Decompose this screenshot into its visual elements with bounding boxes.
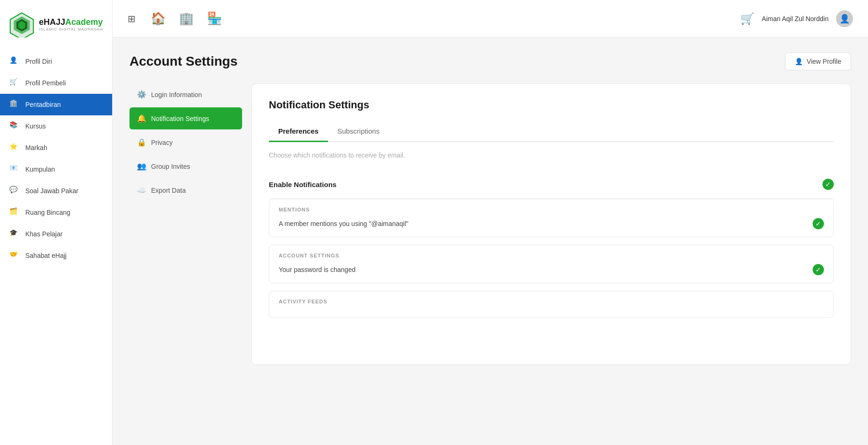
sidebar-nav: 👤 Profil Diri 🛒 Profil Pembeli 🏛️ Pentad…: [0, 47, 112, 445]
tab-subscriptions[interactable]: Subscriptions: [328, 122, 389, 142]
nav-label-markah: Markah: [25, 144, 47, 151]
account-settings-section: ACCOUNT SETTINGS Your password is change…: [269, 245, 834, 283]
settings-label-notification-settings: Notification Settings: [151, 115, 209, 122]
main-content: Account Settings 👤 View Profile ⚙️ Login…: [113, 38, 868, 445]
topbar-right: 🛒 Aiman Aqil Zul Norddin 👤: [740, 10, 853, 27]
nav-icon-soal-jawab: 💬: [9, 186, 20, 196]
nav-label-kumpulan: Kumpulan: [25, 166, 55, 173]
page-title: Account Settings: [129, 54, 237, 69]
nav-label-sahabat: Sahabat eHajj: [25, 252, 67, 259]
nav-label-ruang-bincang: Ruang Bincang: [25, 209, 70, 216]
sidebar-item-soal-jawab[interactable]: 💬 Soal Jawab Pakar: [0, 180, 112, 202]
main-wrapper: ⊞ 🏠 🏢 🏪 🛒 Aiman Aqil Zul Norddin 👤 Accou…: [113, 0, 868, 445]
settings-sidebar: ⚙️ Login Information 🔔 Notification Sett…: [129, 83, 251, 365]
enable-notifications-checkbox[interactable]: ✓: [822, 179, 834, 190]
sidebar-toggle-icon[interactable]: ⊞: [128, 13, 136, 24]
mentions-checkbox[interactable]: ✓: [813, 218, 824, 229]
nav-label-kursus: Kursus: [25, 122, 46, 130]
settings-icon-privacy: 🔒: [137, 138, 146, 147]
user-name: Aiman Aqil Zul Norddin: [762, 15, 829, 23]
sidebar-item-khas-pelajar[interactable]: 🎓 Khas Pelajar: [0, 223, 112, 245]
logo-name: eHAJJAcademy: [39, 17, 103, 27]
shop-icon[interactable]: 🏪: [207, 11, 222, 26]
settings-menu-export-data[interactable]: ☁️ Export Data: [129, 179, 242, 201]
nav-icon-ruang-bincang: 🗂️: [9, 207, 20, 218]
account-settings-text: Your password is changed: [279, 266, 356, 273]
settings-icon-export-data: ☁️: [137, 186, 146, 195]
nav-label-profil-diri: Profil Diri: [25, 58, 52, 65]
enable-notifications-label: Enable Notifications: [269, 181, 336, 189]
nav-icon-khas-pelajar: 🎓: [9, 229, 20, 239]
nav-icon-pentadbiran: 🏛️: [9, 99, 20, 110]
settings-icon-group-invites: 👥: [137, 162, 146, 171]
nav-label-pentadbiran: Pentadbiran: [25, 101, 61, 108]
nav-label-khas-pelajar: Khas Pelajar: [25, 230, 62, 238]
settings-label-group-invites: Group Invites: [151, 163, 190, 170]
store-icon[interactable]: 🏢: [179, 11, 194, 26]
mentions-text: A member mentions you using "@aimanaqil": [279, 220, 408, 227]
sidebar-item-ruang-bincang[interactable]: 🗂️ Ruang Bincang: [0, 202, 112, 223]
account-settings-row: Your password is changed ✓: [279, 264, 824, 275]
mentions-section: MENTIONS A member mentions you using "@a…: [269, 199, 834, 237]
tab-subtitle: Choose which notifications to receive by…: [269, 151, 834, 159]
settings-label-login-info: Login Information: [151, 91, 202, 98]
view-profile-label: View Profile: [807, 58, 841, 65]
settings-content-panel: Notification Settings Preferences Subscr…: [251, 83, 851, 365]
settings-icon-notification-settings: 🔔: [137, 114, 146, 123]
settings-menu-privacy[interactable]: 🔒 Privacy: [129, 131, 242, 153]
user-avatar: 👤: [836, 10, 853, 27]
person-icon: 👤: [795, 58, 803, 65]
sidebar-item-profil-diri[interactable]: 👤 Profil Diri: [0, 51, 112, 72]
sidebar-item-sahabat[interactable]: 🤝 Sahabat eHajj: [0, 245, 112, 266]
nav-icon-sahabat: 🤝: [9, 250, 20, 261]
sidebar-item-profil-pembeli[interactable]: 🛒 Profil Pembeli: [0, 72, 112, 94]
logo-area: eHAJJAcademy ISLAMIC DIGITAL MADRASAH: [0, 0, 112, 47]
tab-bar: Preferences Subscriptions: [269, 122, 834, 142]
sidebar-item-kursus[interactable]: 📚 Kursus: [0, 115, 112, 137]
sidebar-item-kumpulan[interactable]: 📧 Kumpulan: [0, 158, 112, 180]
sidebar-item-markah[interactable]: ⭐ Markah: [0, 137, 112, 158]
settings-icon-login-info: ⚙️: [137, 90, 146, 99]
logo-icon: [9, 11, 34, 38]
cart-icon[interactable]: 🛒: [740, 12, 754, 25]
mentions-label: MENTIONS: [279, 207, 824, 212]
logo-text: eHAJJAcademy ISLAMIC DIGITAL MADRASAH: [39, 17, 103, 31]
nav-icon-profil-diri: 👤: [9, 56, 20, 67]
topbar-nav-icons: 🏠 🏢 🏪: [151, 11, 725, 26]
home-icon[interactable]: 🏠: [151, 11, 166, 26]
account-settings-label: ACCOUNT SETTINGS: [279, 253, 824, 258]
nav-icon-markah: ⭐: [9, 143, 20, 153]
view-profile-button[interactable]: 👤 View Profile: [785, 53, 851, 70]
sidebar: eHAJJAcademy ISLAMIC DIGITAL MADRASAH 👤 …: [0, 0, 113, 445]
sidebar-item-pentadbiran[interactable]: 🏛️ Pentadbiran: [0, 94, 112, 115]
page-header: Account Settings 👤 View Profile: [129, 53, 851, 70]
nav-icon-kumpulan: 📧: [9, 164, 20, 174]
nav-label-profil-pembeli: Profil Pembeli: [25, 79, 66, 87]
settings-menu-login-info[interactable]: ⚙️ Login Information: [129, 83, 242, 106]
activity-feeds-label: ACTIVITY FEEDS: [279, 299, 824, 304]
logo-subtitle: ISLAMIC DIGITAL MADRASAH: [39, 27, 103, 31]
nav-label-soal-jawab: Soal Jawab Pakar: [25, 187, 78, 195]
activity-feeds-section: ACTIVITY FEEDS: [269, 291, 834, 318]
enable-notifications-row: Enable Notifications ✓: [269, 170, 834, 199]
settings-layout: ⚙️ Login Information 🔔 Notification Sett…: [129, 83, 851, 365]
settings-menu-group-invites[interactable]: 👥 Group Invites: [129, 155, 242, 177]
account-settings-checkbox[interactable]: ✓: [813, 264, 824, 275]
topbar: ⊞ 🏠 🏢 🏪 🛒 Aiman Aqil Zul Norddin 👤: [113, 0, 868, 38]
notification-settings-title: Notification Settings: [269, 99, 834, 111]
settings-menu-notification-settings[interactable]: 🔔 Notification Settings: [129, 107, 242, 129]
settings-label-export-data: Export Data: [151, 187, 186, 194]
mentions-row: A member mentions you using "@aimanaqil"…: [279, 218, 824, 229]
nav-icon-profil-pembeli: 🛒: [9, 78, 20, 88]
settings-label-privacy: Privacy: [151, 139, 173, 146]
tab-preferences[interactable]: Preferences: [269, 122, 328, 142]
nav-icon-kursus: 📚: [9, 121, 20, 131]
